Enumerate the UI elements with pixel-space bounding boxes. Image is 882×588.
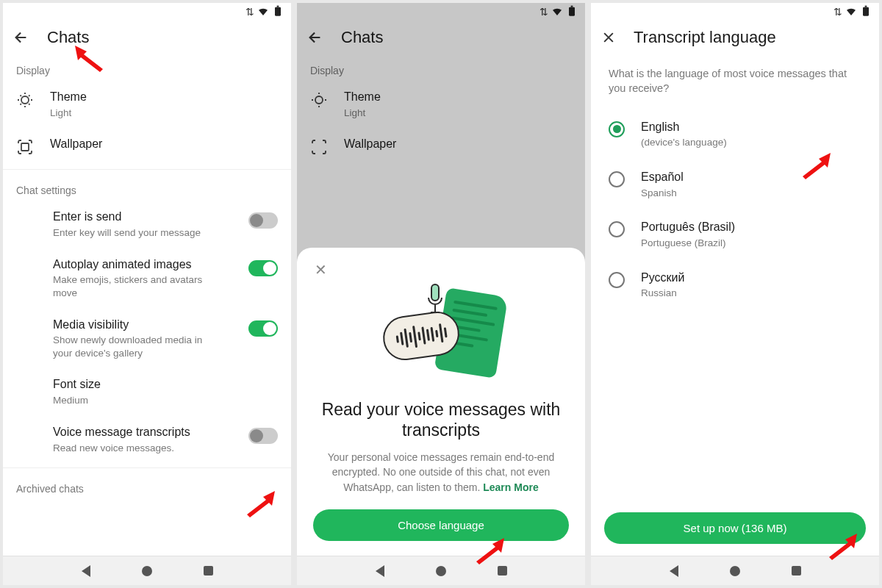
media-visibility-title: Media visibility <box>53 318 232 333</box>
language-label: Português (Brasil) <box>641 220 861 235</box>
voice-transcripts-row[interactable]: Voice message transcripts Read new voice… <box>3 416 291 463</box>
media-visibility-sub: Show newly downloaded media in your devi… <box>53 334 222 359</box>
wifi-icon <box>257 5 269 19</box>
enter-is-send-row[interactable]: Enter is send Enter key will send your m… <box>3 201 291 248</box>
android-nav-bar <box>591 556 879 585</box>
nav-recent-icon[interactable] <box>792 566 801 576</box>
nav-back-icon[interactable] <box>376 565 384 577</box>
language-prompt: What is the language of most voice messa… <box>591 54 879 110</box>
voice-transcripts-title: Voice message transcripts <box>53 425 232 440</box>
theme-title: Theme <box>50 90 278 105</box>
screen-transcript-sheet: ⇅ Chats Display Theme Light Wallpaper ✕ <box>297 3 585 585</box>
svg-point-2 <box>21 96 29 104</box>
language-sublabel: Russian <box>641 287 861 300</box>
section-archived-label: Archived chats <box>3 473 291 499</box>
page-title: Transcript language <box>634 28 776 47</box>
transcript-bottom-sheet: ✕ Read your voice messages with transcri… <box>297 248 585 556</box>
battery-icon <box>272 5 284 19</box>
language-sublabel: (device's language) <box>641 136 861 149</box>
svg-rect-11 <box>863 7 869 15</box>
nav-home-icon[interactable] <box>142 566 152 576</box>
android-nav-bar <box>3 556 291 585</box>
autoplay-title: Autoplay animated images <box>53 257 232 273</box>
autoplay-sub: Make emojis, stickers and avatars move <box>53 273 222 299</box>
wifi-icon <box>845 5 857 19</box>
language-option[interactable]: РусскийRussian <box>591 260 879 310</box>
choose-language-button[interactable]: Choose language <box>313 509 569 541</box>
sheet-description: Your personal voice messages remain end-… <box>313 450 569 495</box>
theme-row[interactable]: Theme Light <box>3 81 291 128</box>
voice-transcripts-toggle[interactable] <box>248 428 278 444</box>
nav-home-icon[interactable] <box>436 566 446 576</box>
transcript-illustration <box>379 282 503 384</box>
voice-transcripts-sub: Read new voice messages. <box>53 442 232 455</box>
svg-rect-1 <box>277 5 279 7</box>
wallpaper-icon <box>16 138 34 156</box>
language-options-list: English(device's language)EspañolSpanish… <box>591 110 879 310</box>
font-size-title: Font size <box>53 377 278 392</box>
radio-icon[interactable] <box>609 221 625 237</box>
close-icon[interactable] <box>601 30 616 45</box>
media-visibility-toggle[interactable] <box>248 320 278 337</box>
nav-back-icon[interactable] <box>82 565 90 577</box>
theme-value: Light <box>50 107 278 120</box>
wallpaper-row[interactable]: Wallpaper <box>3 128 291 165</box>
language-sublabel: Portuguese (Brazil) <box>641 237 861 250</box>
radio-icon[interactable] <box>609 171 625 187</box>
status-bar: ⇅ <box>3 3 291 21</box>
language-option[interactable]: EspañolSpanish <box>591 159 879 209</box>
enter-is-send-title: Enter is send <box>53 209 232 225</box>
android-nav-bar <box>297 556 585 585</box>
media-visibility-row[interactable]: Media visibility Show newly downloaded m… <box>3 309 291 369</box>
header: Transcript language <box>591 21 879 54</box>
status-bar: ⇅ <box>591 3 879 21</box>
data-icon: ⇅ <box>245 6 254 18</box>
language-label: Русский <box>641 270 861 286</box>
font-size-row[interactable]: Font size Medium <box>3 368 291 415</box>
language-label: English <box>641 120 861 135</box>
divider <box>3 467 291 468</box>
radio-icon[interactable] <box>609 121 625 137</box>
language-label: Español <box>641 170 861 185</box>
svg-rect-3 <box>21 143 29 151</box>
language-option[interactable]: English(device's language) <box>591 110 879 159</box>
page-title: Chats <box>47 28 89 47</box>
close-icon[interactable]: ✕ <box>313 261 329 279</box>
autoplay-row[interactable]: Autoplay animated images Make emojis, st… <box>3 248 291 309</box>
battery-icon <box>860 5 872 19</box>
section-chat-settings-label: Chat settings <box>3 174 291 201</box>
enter-is-send-sub: Enter key will send your message <box>53 226 232 240</box>
back-icon[interactable] <box>13 29 29 46</box>
wallpaper-title: Wallpaper <box>50 137 278 152</box>
language-sublabel: Spanish <box>641 187 861 200</box>
font-size-value: Medium <box>53 394 278 407</box>
autoplay-toggle[interactable] <box>248 260 278 276</box>
nav-back-icon[interactable] <box>670 565 678 577</box>
learn-more-link[interactable]: Learn More <box>483 481 538 493</box>
screen-transcript-language: ⇅ Transcript language What is the langua… <box>591 3 879 585</box>
svg-rect-12 <box>865 5 867 7</box>
nav-home-icon[interactable] <box>730 566 740 576</box>
language-option[interactable]: Português (Brasil)Portuguese (Brazil) <box>591 209 879 259</box>
nav-recent-icon[interactable] <box>204 566 213 576</box>
screen-chats-settings: ⇅ Chats Display Theme Light Wallpaper C <box>3 3 291 585</box>
sheet-headline: Read your voice messages with transcript… <box>313 399 569 442</box>
svg-rect-0 <box>275 7 281 15</box>
section-display-label: Display <box>3 54 291 81</box>
radio-icon[interactable] <box>609 272 625 288</box>
enter-is-send-toggle[interactable] <box>248 212 278 229</box>
data-icon: ⇅ <box>833 6 842 18</box>
svg-rect-9 <box>431 284 439 301</box>
setup-now-button[interactable]: Set up now (136 MB) <box>604 512 866 544</box>
header: Chats <box>3 21 291 54</box>
theme-icon <box>16 91 34 109</box>
divider <box>3 169 291 170</box>
nav-recent-icon[interactable] <box>498 566 507 576</box>
